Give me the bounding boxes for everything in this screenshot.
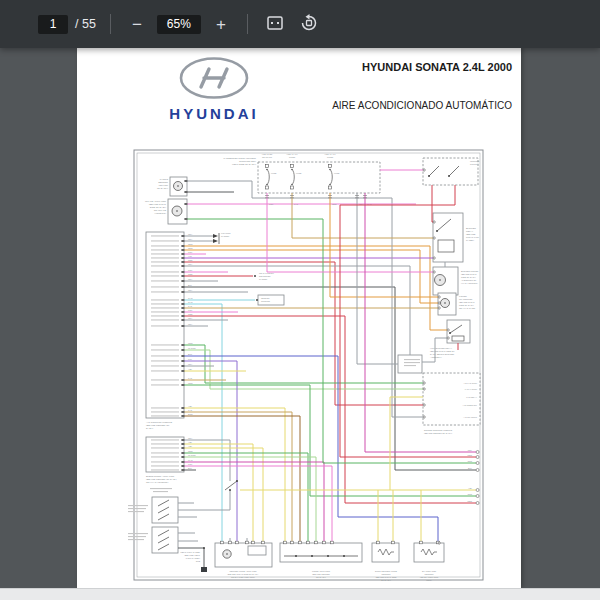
pdf-page[interactable]: HYUNDAI HYUNDAI SONATA 2.4L 2000 AIRE AC… bbox=[77, 48, 521, 588]
fit-page-icon bbox=[266, 15, 284, 34]
zoom-level-box[interactable]: 65% bbox=[157, 15, 201, 34]
document-title: HYUNDAI SONATA 2.4L 2000 bbox=[362, 61, 512, 73]
hyundai-logo: HYUNDAI bbox=[153, 56, 275, 122]
hyundai-wordmark: HYUNDAI bbox=[153, 105, 275, 122]
document-subtitle: AIRE ACONDICIONADO AUTOMÁTICO bbox=[332, 100, 512, 111]
page-number-input[interactable]: 1 bbox=[38, 15, 68, 34]
fit-page-button[interactable] bbox=[262, 11, 288, 37]
toolbar-divider bbox=[247, 14, 248, 34]
toolbar-divider bbox=[110, 14, 111, 34]
hyundai-logo-icon bbox=[177, 86, 251, 103]
page-total-label: / 55 bbox=[75, 17, 96, 31]
zoom-level-value: 65% bbox=[167, 17, 191, 31]
zoom-in-button[interactable]: + bbox=[209, 12, 233, 36]
rotate-icon bbox=[300, 14, 318, 35]
page-number-value: 1 bbox=[50, 17, 57, 31]
rotate-button[interactable] bbox=[296, 11, 322, 37]
viewer-bottom-strip bbox=[0, 588, 600, 600]
zoom-out-button[interactable]: − bbox=[125, 12, 149, 36]
pdf-toolbar: 1 / 55 − 65% + bbox=[0, 0, 600, 48]
